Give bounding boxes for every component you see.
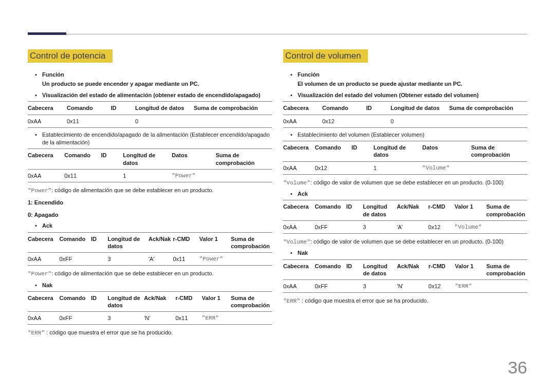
- note-power-code: "Power": código de alimentación que se d…: [28, 186, 272, 195]
- funcion-label: Función: [42, 71, 272, 79]
- td: 0xAA: [283, 280, 314, 293]
- left-column: Control de potencia • Función Un product…: [28, 49, 272, 340]
- th: ID: [111, 102, 136, 115]
- th: Comando: [59, 232, 90, 253]
- ack-label: Ack: [42, 222, 272, 230]
- th: Suma de comprobación: [231, 291, 272, 312]
- th: Comando: [64, 149, 101, 170]
- mono: "ERR": [28, 330, 45, 336]
- td: [91, 312, 108, 325]
- th: Comando: [322, 102, 366, 115]
- th: Valor 1: [202, 291, 231, 312]
- td: 0: [391, 115, 449, 127]
- td: 1: [374, 161, 422, 174]
- th: Suma de comprobación: [216, 149, 272, 170]
- th: r-CMD: [173, 232, 199, 253]
- bullet-nak: • Nak: [35, 282, 272, 289]
- bullet-dot-icon: •: [290, 131, 298, 139]
- section-heading-power: Control de potencia: [28, 49, 113, 63]
- table-power-get: Cabecera Comando ID Longitud de datos Su…: [28, 101, 272, 127]
- table-volume-ack: Cabecera Comando ID Longitud de datos Ac…: [283, 200, 527, 234]
- td: [231, 253, 272, 266]
- th: Longitud de datos: [108, 291, 144, 312]
- table-volume-get: Cabecera Comando ID Longitud de datos Su…: [283, 101, 527, 127]
- td: 'A': [149, 253, 173, 266]
- note-err: "ERR" : código que muestra el error que …: [28, 329, 272, 337]
- td: 0x12: [322, 115, 366, 127]
- th: Cabecera: [28, 102, 67, 115]
- td: [449, 115, 527, 127]
- td: "Volume": [455, 220, 487, 233]
- td: 0x11: [175, 312, 201, 325]
- td: 3: [108, 312, 144, 325]
- table-volume-nak: Cabecera Comando ID Longitud de datos Ac…: [283, 259, 527, 293]
- bullet-funcion: • Función: [35, 71, 272, 79]
- th: Comando: [315, 141, 351, 161]
- th: ID: [366, 102, 391, 115]
- th: ID: [346, 259, 363, 280]
- funcion-label: Función: [298, 71, 527, 79]
- bullet-dot-icon: •: [35, 282, 42, 289]
- td: [346, 220, 363, 233]
- td: 'N': [397, 280, 429, 293]
- td: "ERR": [455, 280, 486, 293]
- funcion-desc: El volumen de un producto se puede ajust…: [298, 80, 527, 88]
- th: Suma de comprobación: [471, 141, 527, 161]
- th: Longitud de datos: [363, 200, 397, 221]
- bullet-view-state: • Visualización del estado de alimentaci…: [35, 91, 272, 99]
- note-volume-code: "Volume": código de valor de volumen que…: [283, 179, 527, 187]
- funcion-desc: Un producto se puede encender y apagar m…: [42, 80, 272, 88]
- td: 0xAA: [283, 220, 314, 233]
- th: Cabecera: [283, 102, 322, 115]
- txt: : código de valor de volumen que se debe…: [310, 238, 504, 245]
- th: Comando: [314, 259, 346, 280]
- th: Longitud de datos: [123, 149, 172, 170]
- th: Comando: [314, 200, 346, 221]
- td: 0x12: [315, 161, 351, 174]
- mono: "Volume": [283, 180, 310, 186]
- th: Comando: [67, 102, 111, 115]
- note-power-code-2: "Power": código de alimentación que se d…: [28, 270, 272, 278]
- td: 'N': [144, 312, 175, 325]
- th: Datos: [172, 149, 216, 170]
- td: 0xFF: [59, 312, 91, 325]
- th: Ack/Nak: [144, 291, 175, 312]
- bullet-dot-icon: •: [290, 249, 298, 257]
- th: Comando: [59, 291, 91, 312]
- td: 0: [135, 115, 194, 127]
- td: [486, 220, 527, 233]
- note-err: "ERR" : código que muestra el error que …: [283, 297, 527, 305]
- nak-label: Nak: [298, 249, 527, 257]
- td: [101, 169, 123, 182]
- th: Suma de comprobación: [449, 102, 527, 115]
- th: Longitud de datos: [374, 141, 422, 161]
- td: 0xFF: [314, 220, 346, 233]
- txt: : código de valor de volumen que se debe…: [310, 179, 504, 185]
- th: Cabecera: [28, 149, 64, 170]
- th: Ack/Nak: [397, 259, 429, 280]
- bullet-funcion: • Función: [290, 71, 527, 79]
- td: 0x12: [428, 220, 454, 233]
- th: Ack/Nak: [397, 200, 428, 221]
- td: 3: [107, 253, 149, 266]
- td: 0x11: [64, 169, 101, 182]
- td: "ERR": [202, 312, 231, 325]
- td: "Power": [199, 253, 231, 266]
- td: [216, 169, 272, 182]
- bullet-dot-icon: •: [35, 91, 42, 99]
- table-volume-set: Cabecera Comando ID Longitud de datos Da…: [283, 141, 527, 175]
- td: [346, 280, 363, 293]
- th: Longitud de datos: [363, 259, 397, 280]
- ack-label: Ack: [298, 190, 527, 198]
- td: "Power": [172, 169, 216, 182]
- bullet-set-volume: • Establecimiento del volumen (Establece…: [290, 131, 527, 139]
- th: Suma de comprobación: [486, 200, 527, 221]
- view-state-label: Visualización del estado de alimentación…: [42, 91, 272, 99]
- td: [91, 253, 108, 266]
- th: Cabecera: [28, 232, 59, 253]
- td: 0xAA: [28, 169, 64, 182]
- td: 0xFF: [59, 253, 90, 266]
- mono: "ERR": [283, 298, 300, 304]
- td: 0xAA: [28, 115, 67, 127]
- txt: : código de alimentación que se debe est…: [51, 270, 214, 276]
